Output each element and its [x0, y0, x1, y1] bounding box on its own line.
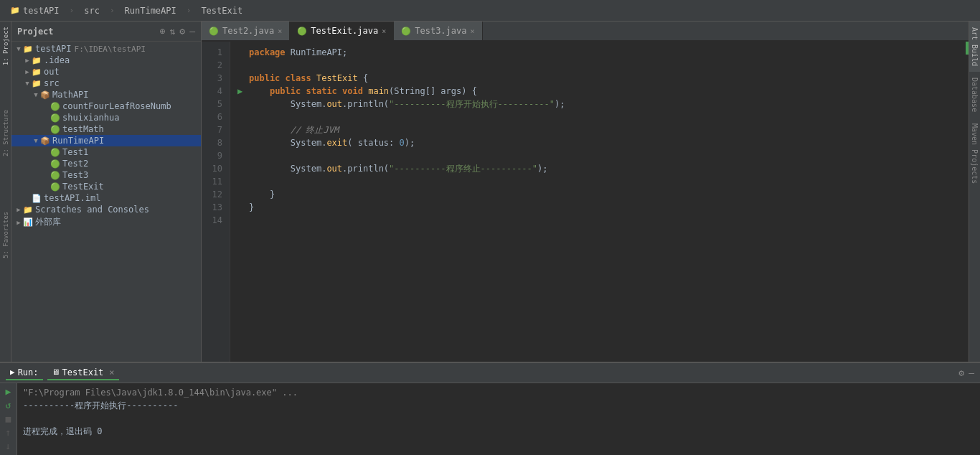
- tree-item-testmath[interactable]: 🟢 testMath: [11, 123, 201, 135]
- right-sidebar: Art Build Database Maven Projects: [969, 22, 980, 362]
- scroll-up-btn[interactable]: ↑: [1, 427, 16, 438]
- tab-test2[interactable]: 🟢 Test2.java ×: [202, 22, 290, 40]
- console-icon: 🖥: [52, 367, 60, 377]
- code-line-1: package RunTimeAPI;: [237, 46, 953, 59]
- settings-btn[interactable]: ⚙: [958, 367, 964, 378]
- close-panel-btn[interactable]: —: [969, 367, 974, 378]
- tree-item-mathapi[interactable]: ▼ 📦 MathAPI: [11, 89, 201, 100]
- line-numbers: 1 2 3 4 5 6 7 8 9 10 11 12 13 14: [202, 42, 230, 362]
- right-tab-artbuild[interactable]: Art Build: [969, 22, 980, 72]
- tree-label-test3: Test3: [62, 170, 88, 180]
- project-icon: 📁: [10, 6, 20, 15]
- tree-label-test2: Test2: [62, 159, 88, 169]
- panel-icon-settings[interactable]: ⚙: [179, 26, 185, 37]
- tree-item-out[interactable]: ▶ 📁 out: [11, 66, 201, 78]
- tree-item-src[interactable]: ▼ 📁 src: [11, 78, 201, 89]
- code-line-7: // 终止JVM: [237, 123, 953, 136]
- stop-btn[interactable]: ■: [1, 413, 16, 424]
- bottom-panel: ▶ Run: 🖥 TestExit × ⚙ — ▶ ↺ ■ ↑ ↓ ≡ ≔ "F…: [0, 362, 980, 455]
- panel-icons: ⊕ ⇅ ⚙ —: [160, 26, 195, 37]
- main-area: 1: Project 2: Structure 5: Favorites Pro…: [0, 22, 980, 362]
- tree-label-test1: Test1: [62, 147, 88, 157]
- console-output: "F:\Program Files\Java\jdk1.8.0_144\bin\…: [17, 383, 980, 455]
- bottom-tab-run[interactable]: ▶ Run:: [6, 366, 43, 380]
- console-tab-close[interactable]: ×: [109, 367, 114, 377]
- tree-label-scratches: Scratches and Consoles: [35, 205, 149, 215]
- right-tab-database[interactable]: Database: [969, 72, 980, 118]
- arrow-testapi: ▼: [14, 45, 23, 52]
- scroll-down-btn[interactable]: ↓: [1, 441, 16, 451]
- tree-item-idea[interactable]: ▶ 📁 .idea: [11, 55, 201, 66]
- tab-label-testexit: TestExit.java: [311, 26, 378, 36]
- panel-icon-sort[interactable]: ⇅: [170, 26, 176, 37]
- tree-label-src: src: [44, 78, 60, 88]
- console-line-4: 进程完成，退出码 0: [23, 425, 974, 438]
- tree-item-countfour[interactable]: 🟢 countFourLeafRoseNumb: [11, 100, 201, 112]
- code-editor: 1 2 3 4 5 6 7 8 9 10 11 12 13 14 package…: [202, 42, 969, 362]
- sidebar-tab-favorites[interactable]: 5: Favorites: [1, 214, 11, 257]
- run-btn[interactable]: ▶: [1, 386, 16, 397]
- arrow-libs: ▶: [14, 219, 23, 226]
- breadcrumb-testapi[interactable]: 📁 testAPI: [6, 4, 64, 17]
- tree-sublabel-testapi: F:\IDEA\testAPI: [75, 44, 146, 54]
- run-side-controls: ▶ ↺ ■ ↑ ↓ ≡ ≔: [0, 383, 17, 455]
- breadcrumb-src[interactable]: src: [80, 4, 104, 17]
- panel-icon-minimize[interactable]: —: [189, 26, 195, 37]
- code-line-8: System.exit( status: 0);: [237, 136, 953, 149]
- project-tree: ▼ 📁 testAPI F:\IDEA\testAPI ▶ 📁 .idea ▶ …: [11, 42, 201, 362]
- tree-label-testexit: TestExit: [62, 182, 104, 192]
- tab-label-test3: Test3.java: [415, 26, 466, 36]
- console-tab-label: TestExit: [62, 367, 104, 377]
- code-content[interactable]: package RunTimeAPI; public class TestExi…: [230, 42, 960, 362]
- run-icon: ▶: [10, 367, 15, 377]
- code-line-12: }: [237, 188, 953, 201]
- code-line-14: [237, 214, 953, 227]
- arrow-out: ▶: [23, 68, 32, 75]
- tab-close-test3[interactable]: ×: [470, 27, 474, 35]
- sidebar-tab-structure[interactable]: 2: Structure: [1, 112, 11, 155]
- console-area: ▶ ↺ ■ ↑ ↓ ≡ ≔ "F:\Program Files\Java\jdk…: [0, 383, 980, 455]
- arrow-scratches: ▶: [14, 206, 23, 213]
- code-line-4: ▶ public static void main(String[] args)…: [237, 85, 953, 98]
- sidebar-tab-project[interactable]: 1: Project: [1, 24, 11, 67]
- bottom-tab-testexit[interactable]: 🖥 TestExit ×: [47, 366, 119, 380]
- panel-icon-add[interactable]: ⊕: [160, 26, 166, 37]
- tree-label-testapiiml: testAPI.iml: [44, 193, 100, 203]
- tab-bar: 🟢 Test2.java × 🟢 TestExit.java × 🟢 Test3…: [202, 22, 969, 42]
- tree-item-runtimeapi[interactable]: ▼ 📦 RunTimeAPI: [11, 135, 201, 146]
- arrow-idea: ▶: [23, 57, 32, 64]
- console-line-2: ----------程序开始执行----------: [23, 399, 974, 412]
- tree-item-test3[interactable]: 🟢 Test3: [11, 169, 201, 181]
- code-line-11: [237, 175, 953, 188]
- tree-item-scratches[interactable]: ▶ 📁 Scratches and Consoles: [11, 204, 201, 215]
- breadcrumb-runtimeapi[interactable]: RunTimeAPI: [121, 4, 181, 17]
- tree-item-test1[interactable]: 🟢 Test1: [11, 146, 201, 158]
- code-line-3: public class TestExit {: [237, 72, 953, 85]
- run-label: Run:: [18, 367, 39, 377]
- tab-testexit[interactable]: 🟢 TestExit.java ×: [290, 22, 394, 40]
- tree-item-libs[interactable]: ▶ 📊 外部库: [11, 215, 201, 229]
- rerun-btn[interactable]: ↺: [1, 400, 16, 411]
- console-line-3: [23, 412, 974, 425]
- tree-item-testexit[interactable]: 🟢 TestExit: [11, 181, 201, 192]
- bottom-tab-bar: ▶ Run: 🖥 TestExit × ⚙ —: [0, 363, 980, 383]
- tree-item-testapi[interactable]: ▼ 📁 testAPI F:\IDEA\testAPI: [11, 43, 201, 55]
- tree-item-test2[interactable]: 🟢 Test2: [11, 158, 201, 169]
- tab-close-test2[interactable]: ×: [278, 27, 282, 35]
- panel-header: Project ⊕ ⇅ ⚙ —: [11, 22, 201, 42]
- right-gutter: [960, 42, 969, 362]
- project-panel: Project ⊕ ⇅ ⚙ — ▼ 📁 testAPI F:\IDEA\test…: [11, 22, 202, 362]
- tree-label-testapi: testAPI: [35, 44, 72, 54]
- code-line-6: [237, 111, 953, 123]
- code-line-9: [237, 149, 953, 162]
- arrow-src: ▼: [23, 80, 32, 87]
- tab-test3[interactable]: 🟢 Test3.java ×: [394, 22, 482, 40]
- tree-item-testapiiml[interactable]: 📄 testAPI.iml: [11, 192, 201, 204]
- tab-label-test2: Test2.java: [222, 26, 274, 36]
- breadcrumb-testexit[interactable]: TestExit: [197, 4, 247, 17]
- bottom-tools: ⚙ —: [958, 367, 974, 378]
- tree-item-shuixianhua[interactable]: 🟢 shuixianhua: [11, 112, 201, 123]
- right-tab-maven[interactable]: Maven Projects: [969, 118, 980, 189]
- tab-close-testexit[interactable]: ×: [382, 27, 386, 35]
- tree-label-out: out: [44, 67, 60, 77]
